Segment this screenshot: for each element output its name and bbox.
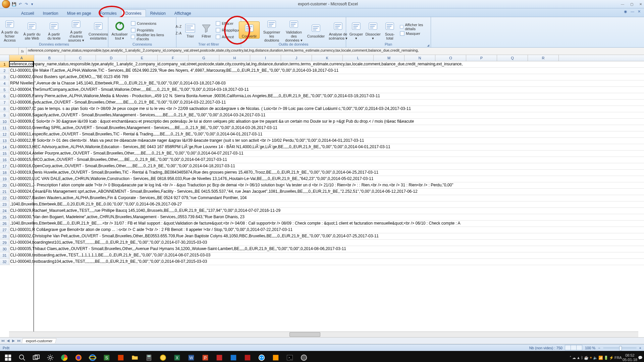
table-row[interactable]: 8CLI-000007,IC pas le temps. s au plan S…	[0, 106, 644, 112]
subtotal-button[interactable]: Sous-total	[382, 20, 398, 40]
app-icon-4[interactable]	[213, 351, 226, 362]
ribbon-minimize-icon[interactable]: —	[631, 9, 634, 14]
column-header[interactable]: N	[405, 55, 435, 61]
horizontal-scrollbar[interactable]	[9, 331, 638, 337]
data-validation-button[interactable]: Validation des données ▾	[284, 18, 304, 42]
column-header[interactable]: M	[374, 55, 405, 61]
chrome-icon[interactable]	[58, 351, 71, 362]
cell[interactable]: CLI-000024,César&Fils Management sprl,ac…	[9, 189, 34, 195]
sheet-nav-prev-icon[interactable]: ◀	[5, 339, 11, 343]
row-number[interactable]: 9	[0, 112, 9, 118]
table-row[interactable]: 27CLI-000031,R Coll&egrave gue Benoit<br…	[0, 227, 644, 233]
filter-button[interactable]: Filtrer	[199, 22, 214, 38]
row-number[interactable]: 25	[0, 214, 9, 220]
row-number[interactable]: 21	[0, 189, 9, 195]
sheet-nav-first-icon[interactable]: ⏮	[0, 339, 5, 343]
column-header[interactable]: J	[281, 55, 312, 61]
cell[interactable]: CLI-000016,OpenCorp,active,,OUVERT - Smo…	[9, 163, 34, 169]
column-header[interactable]: E	[127, 55, 158, 61]
word-icon[interactable]: W	[184, 351, 198, 362]
help-icon[interactable]: ◉	[624, 9, 627, 14]
teamviewer-icon[interactable]	[255, 351, 268, 362]
ungroup-button[interactable]: Dissocier ▾	[365, 20, 381, 40]
view-buttons[interactable]	[565, 345, 582, 351]
row-number[interactable]: 3	[0, 74, 9, 80]
cell[interactable]: CLI-000013,HEC Advisory,active,,ALPHA,Wa…	[9, 144, 34, 150]
show-detail-button[interactable]: Afficher les détails	[400, 24, 429, 30]
row-number[interactable]: 15	[0, 150, 9, 157]
row-number[interactable]: 22	[0, 195, 9, 201]
row-number[interactable]: 26	[0, 221, 9, 227]
terminal-icon[interactable]: >_	[283, 351, 297, 362]
name-box[interactable]	[0, 48, 19, 55]
sort-button[interactable]: Trier	[183, 22, 197, 38]
from-other-button[interactable]: À partir d'autres sources ▾	[66, 18, 86, 42]
cell[interactable]: CLI-000034,boardingtest101,active,,TEST,…	[9, 240, 34, 246]
edit-links-button[interactable]: Modifier les liens d'accès	[131, 34, 174, 40]
column-header[interactable]: I	[250, 55, 281, 61]
cell[interactable]: CLI-000012,M Solo<br /> 01 des clients<b…	[9, 138, 34, 144]
sheet-nav-next-icon[interactable]: ▶	[11, 339, 16, 343]
app-icon-7[interactable]	[269, 351, 282, 362]
row-number[interactable]: 1	[0, 61, 9, 67]
remove-dup-button[interactable]: Supprimer les doublons	[262, 18, 282, 42]
tray-java-icon[interactable]: ☕	[584, 356, 589, 360]
zoom-out-button[interactable]: −	[598, 346, 600, 350]
cell[interactable]: CLI-000030,"Van den Bogaert, Madeleine",…	[9, 214, 34, 220]
scrollbar-thumb[interactable]	[289, 332, 320, 337]
ie-icon[interactable]	[86, 351, 99, 362]
app-icon-2[interactable]	[114, 351, 127, 362]
select-all-corner[interactable]	[0, 55, 9, 61]
row-number[interactable]: 32	[0, 259, 9, 265]
table-row[interactable]: 7CLI-000006,gvdv,active,,OUVERT - Smoall…	[0, 100, 644, 106]
tray-battery-icon[interactable]: 🔋	[604, 356, 608, 360]
cell[interactable]: CLI-000019,Denis Huvelle,active,,OUVERT …	[9, 170, 34, 176]
tray-chevron-icon[interactable]: ˄	[570, 356, 572, 360]
app-icon-1[interactable]: S	[100, 351, 113, 362]
row-number[interactable]: 24	[0, 208, 9, 214]
row-number[interactable]: 10	[0, 119, 9, 125]
hide-detail-button[interactable]: Masquer	[400, 31, 429, 37]
sheet-tab[interactable]: export-customer	[21, 338, 57, 343]
row-number[interactable]: 7	[0, 100, 9, 106]
column-header[interactable]: D	[96, 55, 127, 61]
search-icon[interactable]	[15, 351, 29, 362]
column-header[interactable]: C	[65, 55, 96, 61]
column-header[interactable]: G	[189, 55, 219, 61]
tab-formules[interactable]: Formules	[96, 9, 121, 17]
table-row[interactable]: 26,1040,Bruxelles,Etterbeek,BE,,,,0,,EUR…	[0, 221, 644, 227]
row-number[interactable]: 31	[0, 252, 9, 258]
close-button[interactable]: ✕	[639, 2, 642, 6]
row-number[interactable]: 13	[0, 138, 9, 144]
tray-bluetooth-icon[interactable]: ᛒ	[581, 356, 583, 360]
sheet-nav-last-icon[interactable]: ⏭	[16, 339, 21, 343]
column-header[interactable]: K	[312, 55, 343, 61]
maximize-button[interactable]: ▢	[630, 2, 633, 6]
column-header[interactable]: R	[528, 55, 559, 61]
cell[interactable]: CLI-000009,C Solo<br /> 30 &agrave l&#39…	[9, 119, 34, 125]
column-header[interactable]: L	[343, 55, 374, 61]
tab-insertion[interactable]: Insertion	[39, 9, 63, 17]
row-number[interactable]: 28	[0, 233, 9, 239]
row-number[interactable]: 14	[0, 144, 9, 150]
clear-button[interactable]: Effacer	[216, 20, 241, 26]
text-to-columns-button[interactable]: Convertir	[239, 21, 260, 39]
row-number[interactable]: 11	[0, 125, 9, 131]
table-row[interactable]: 22CLI-000027,Bastien Wauters,active,,ALP…	[0, 195, 644, 201]
cell[interactable]: CLI-000008,Sagacify,active,,OUVERT - Smo…	[9, 112, 34, 118]
tab-affichage[interactable]: Affichage	[170, 9, 196, 17]
from-access-button[interactable]: À partir du fichier Access	[0, 18, 20, 42]
cell[interactable]: CLI-000032,Christophe Van Pelt,active,,O…	[9, 233, 34, 239]
cell[interactable]: CLI-000027,Bastien Wauters,active,,ALPHA…	[9, 195, 34, 201]
reapply-button[interactable]: Réappliquer	[216, 27, 241, 33]
cell[interactable]: CLI-000029,Rachael_Maunsell,active,,TEST…	[9, 208, 34, 214]
task-view-icon[interactable]	[30, 351, 43, 362]
row-number[interactable]: 27	[0, 227, 9, 233]
table-row[interactable]: 20CLI-000021,J- Prescription f ation com…	[0, 182, 644, 189]
calculator-icon[interactable]	[142, 351, 156, 362]
tray-volume-icon[interactable]: 🔈	[593, 356, 598, 360]
sort-asc-button[interactable]: A↓Z	[175, 24, 181, 30]
cell[interactable]: CLI-000040,testboarding104,active,,TEST,…	[9, 259, 34, 265]
tray-power-icon[interactable]: ⚡	[609, 356, 614, 360]
table-row[interactable]: 25CLI-000030,"Van den Bogaert, Madeleine…	[0, 214, 644, 221]
